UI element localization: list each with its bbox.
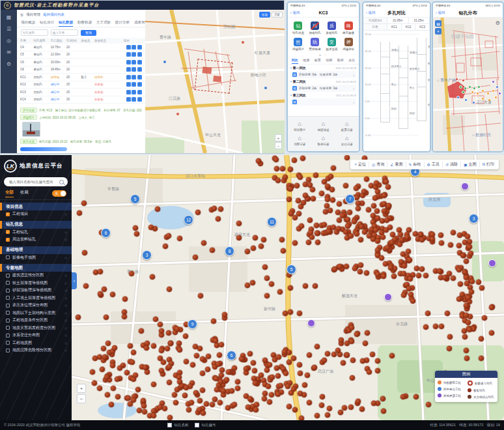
borehole-marker[interactable] bbox=[445, 311, 450, 316]
borehole-marker[interactable] bbox=[456, 96, 460, 99]
checkbox[interactable] bbox=[6, 326, 10, 330]
borehole-marker[interactable] bbox=[311, 196, 316, 201]
borehole-marker[interactable] bbox=[109, 402, 114, 407]
borehole-marker[interactable] bbox=[267, 399, 272, 405]
borehole-marker[interactable] bbox=[375, 248, 380, 253]
borehole-marker[interactable] bbox=[287, 404, 292, 409]
borehole-marker[interactable] bbox=[354, 195, 359, 200]
borehole-marker[interactable] bbox=[296, 211, 301, 216]
main-map[interactable]: 汉口火车站常青路青年路新华路解放大道建设大道西北湖台北路中山公园武汉广场 631… bbox=[72, 155, 504, 420]
sheet-action[interactable]: ⌂ 动探记录 bbox=[288, 136, 311, 146]
borehole-marker[interactable] bbox=[133, 225, 138, 231]
borehole-marker[interactable] bbox=[177, 379, 182, 384]
borehole-marker[interactable] bbox=[229, 388, 234, 394]
borehole-marker[interactable] bbox=[482, 315, 487, 321]
borehole-marker[interactable] bbox=[182, 393, 188, 398]
borehole-marker[interactable] bbox=[100, 367, 105, 372]
borehole-marker[interactable] bbox=[419, 237, 425, 242]
borehole-marker[interactable] bbox=[253, 407, 259, 412]
module-tab[interactable]: 土工试验 bbox=[96, 20, 111, 27]
checkbox[interactable] bbox=[6, 334, 10, 337]
layer-item[interactable]: 工程地质条件分区图☆ bbox=[0, 317, 72, 324]
borehole-marker[interactable] bbox=[306, 177, 311, 182]
borehole-marker[interactable] bbox=[354, 332, 359, 337]
borehole-marker[interactable] bbox=[397, 242, 402, 247]
borehole-marker[interactable] bbox=[166, 330, 171, 336]
borehole-marker[interactable] bbox=[115, 377, 120, 382]
label-toggle-switch[interactable]: 关 bbox=[52, 190, 66, 197]
round-item[interactable]: 第三回次 2021-10-21 08:29 ▤ › bbox=[288, 92, 359, 106]
basemap-toggle-button[interactable]: 卫星 bbox=[272, 12, 283, 18]
borehole-marker[interactable] bbox=[322, 358, 327, 363]
rail-icon[interactable]: ▦ bbox=[7, 15, 12, 20]
borehole-marker[interactable] bbox=[131, 350, 136, 355]
borehole-marker[interactable] bbox=[217, 400, 223, 405]
borehole-marker[interactable] bbox=[371, 401, 376, 406]
borehole-marker[interactable] bbox=[173, 400, 178, 405]
borehole-marker[interactable] bbox=[469, 289, 474, 294]
record-tab[interactable]: 水位 bbox=[348, 58, 355, 64]
cluster-marker[interactable]: 6 bbox=[101, 228, 111, 238]
borehole-marker[interactable] bbox=[419, 266, 425, 272]
borehole-marker[interactable] bbox=[197, 398, 203, 403]
rail-icon[interactable]: ✉ bbox=[7, 50, 11, 55]
borehole-marker[interactable] bbox=[184, 359, 189, 364]
borehole-marker[interactable] bbox=[200, 388, 205, 393]
borehole-marker[interactable] bbox=[159, 348, 164, 353]
borehole-marker[interactable] bbox=[76, 315, 81, 320]
app-shortcut[interactable]: 终 终孔验收 bbox=[340, 22, 357, 35]
back-button[interactable]: ‹ 返回 bbox=[366, 10, 375, 15]
keyword-filter-input[interactable]: 输入孔号 bbox=[51, 29, 78, 36]
borehole-marker[interactable] bbox=[465, 234, 470, 239]
borehole-marker[interactable] bbox=[467, 244, 472, 250]
cluster-marker[interactable]: 8 bbox=[225, 246, 234, 256]
upload-button[interactable]: ↥ bbox=[132, 52, 136, 57]
back-to-projects-link[interactable]: 返回项目列表 bbox=[43, 12, 64, 17]
borehole-marker[interactable] bbox=[466, 295, 471, 300]
layers-button[interactable]: ▤ bbox=[435, 20, 441, 27]
borehole-marker[interactable] bbox=[342, 405, 347, 410]
borehole-marker[interactable] bbox=[299, 416, 304, 420]
borehole-marker[interactable] bbox=[371, 203, 376, 208]
borehole-marker[interactable] bbox=[291, 356, 296, 361]
borehole-marker[interactable] bbox=[344, 264, 349, 269]
borehole-marker[interactable] bbox=[375, 358, 380, 364]
borehole-marker[interactable] bbox=[253, 235, 258, 240]
borehole-marker[interactable] bbox=[416, 273, 421, 278]
borehole-marker[interactable] bbox=[338, 410, 343, 415]
edit-button[interactable]: ✎ bbox=[126, 75, 131, 79]
app-shortcut[interactable]: 轨 野外轨迹 bbox=[307, 38, 324, 51]
detail-button[interactable]: ≡ bbox=[137, 67, 142, 72]
checkbox[interactable] bbox=[6, 255, 10, 259]
app-shortcut[interactable]: 钻 钻孔信息 bbox=[290, 22, 307, 35]
borehole-marker[interactable] bbox=[167, 364, 172, 369]
layer-item[interactable]: 地面以下土层结构示意图☆ bbox=[0, 309, 72, 317]
borehole-marker[interactable] bbox=[112, 345, 117, 351]
borehole-marker[interactable] bbox=[362, 229, 367, 235]
layer-item[interactable]: ✓周边资料钻孔☆ bbox=[0, 236, 72, 244]
borehole-marker[interactable] bbox=[245, 283, 250, 288]
app-shortcut[interactable]: 质 质检钻孔 bbox=[324, 22, 341, 35]
borehole-marker[interactable] bbox=[349, 325, 354, 330]
borehole-marker[interactable] bbox=[314, 223, 319, 228]
borehole-marker[interactable] bbox=[468, 85, 471, 89]
borehole-marker[interactable] bbox=[251, 246, 256, 251]
borehole-marker[interactable] bbox=[302, 382, 307, 388]
borehole-marker[interactable] bbox=[467, 327, 472, 332]
borehole-marker[interactable] bbox=[145, 369, 150, 375]
borehole-marker[interactable] bbox=[373, 227, 378, 233]
borehole-marker[interactable] bbox=[104, 315, 109, 320]
locate-button[interactable]: ⌖ bbox=[435, 28, 441, 35]
borehole-marker[interactable] bbox=[151, 343, 156, 349]
app-shortcut[interactable]: 待 待检钻孔 bbox=[307, 22, 324, 35]
borehole-marker[interactable] bbox=[382, 208, 387, 214]
borehole-marker[interactable] bbox=[439, 324, 444, 329]
borehole-marker[interactable] bbox=[451, 230, 456, 235]
record-tab[interactable]: 取样 bbox=[337, 58, 344, 64]
borehole-marker[interactable] bbox=[287, 197, 292, 202]
borehole-marker[interactable] bbox=[382, 193, 387, 198]
borehole-marker[interactable] bbox=[292, 158, 297, 163]
borehole-marker[interactable] bbox=[358, 263, 363, 268]
borehole-marker[interactable] bbox=[204, 401, 209, 407]
borehole-marker[interactable] bbox=[195, 210, 201, 215]
